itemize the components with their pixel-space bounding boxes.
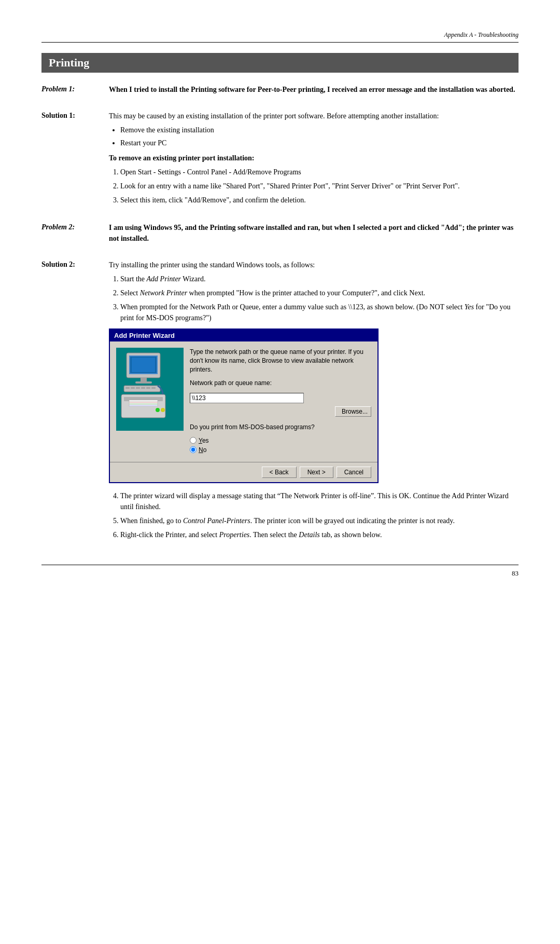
svg-rect-10 bbox=[141, 387, 145, 389]
problem1-row: Problem 1: When I tried to install the P… bbox=[41, 84, 519, 105]
svg-rect-16 bbox=[129, 402, 158, 403]
printer-svg bbox=[119, 350, 181, 428]
step-item: Start the Add Printer Wizard. bbox=[120, 273, 519, 284]
section-title: Printing bbox=[41, 53, 519, 73]
solution1-steps: Open Start - Settings - Control Panel - … bbox=[120, 167, 519, 206]
header-text: Appendix A - Troubleshooting bbox=[444, 31, 519, 38]
header-bar: Appendix A - Troubleshooting bbox=[41, 31, 519, 43]
svg-rect-15 bbox=[129, 400, 158, 402]
radio-yes-label: Yes bbox=[199, 437, 209, 444]
solution2-intro: Try installing the printer using the sta… bbox=[109, 259, 519, 270]
svg-rect-4 bbox=[141, 378, 147, 382]
page-number: 83 bbox=[512, 569, 519, 578]
dialog-titlebar: Add Printer Wizard bbox=[110, 330, 377, 341]
bullet-item: Restart your PC bbox=[120, 138, 519, 148]
bullet-item: Remove the existing installation bbox=[120, 125, 519, 135]
radio-no-option: No bbox=[190, 446, 371, 454]
svg-rect-9 bbox=[136, 387, 140, 389]
svg-point-19 bbox=[156, 408, 160, 412]
solution2-content: Try installing the printer using the sta… bbox=[109, 259, 519, 552]
dos-question-label: Do you print from MS-DOS-based programs? bbox=[190, 423, 371, 432]
step-item: Open Start - Settings - Control Panel - … bbox=[120, 167, 519, 177]
radio-yes-input[interactable] bbox=[190, 437, 197, 444]
problem2-content: I am using Windows 95, and the Printing … bbox=[109, 222, 519, 254]
step-item: The printer wizard will display a messag… bbox=[120, 490, 519, 512]
step-item: Right-click the Printer, and select Prop… bbox=[120, 529, 519, 540]
svg-rect-17 bbox=[129, 403, 158, 405]
problem1-text: When I tried to install the Printing sof… bbox=[109, 84, 519, 105]
problem2-text: I am using Windows 95, and the Printing … bbox=[109, 222, 519, 244]
dialog-description: Type the network path or the queue name … bbox=[190, 348, 371, 374]
dialog-right-panel: Type the network path or the queue name … bbox=[190, 348, 371, 456]
svg-rect-8 bbox=[131, 387, 135, 389]
svg-rect-11 bbox=[146, 387, 150, 389]
printer-image bbox=[116, 348, 184, 431]
dialog-title: Add Printer Wizard bbox=[114, 332, 175, 339]
svg-point-20 bbox=[161, 408, 165, 412]
svg-rect-5 bbox=[135, 381, 152, 384]
network-path-input[interactable] bbox=[190, 393, 304, 403]
add-printer-dialog: Add Printer Wizard bbox=[109, 329, 379, 483]
step-item: Select Network Printer when prompted "Ho… bbox=[120, 288, 519, 298]
problem1-label: Problem 1: bbox=[41, 84, 109, 105]
step-item: Select this item, click "Add/Remove", an… bbox=[120, 195, 519, 206]
dialog-body: Type the network path or the queue name … bbox=[110, 341, 377, 462]
problem2-label: Problem 2: bbox=[41, 222, 109, 254]
svg-rect-18 bbox=[129, 405, 158, 406]
solution2-row: Solution 2: Try installing the printer u… bbox=[41, 259, 519, 552]
solution1-subheading: To remove an existing printer port insta… bbox=[109, 153, 519, 163]
problem1-description: When I tried to install the Printing sof… bbox=[109, 84, 519, 95]
next-button[interactable]: Next > bbox=[300, 467, 333, 478]
page-footer: 83 bbox=[41, 565, 519, 578]
solution1-label: Solution 1: bbox=[41, 111, 109, 217]
svg-rect-7 bbox=[125, 387, 130, 389]
step-item: Look for an entry with a name like "Shar… bbox=[120, 181, 519, 191]
step-item: When finished, go to Control Panel-Print… bbox=[120, 515, 519, 526]
radio-no-input[interactable] bbox=[190, 446, 197, 453]
solution2-steps: Start the Add Printer Wizard. Select Net… bbox=[120, 273, 519, 323]
dialog-input-label: Network path or queue name: bbox=[190, 379, 371, 388]
solution1-row: Solution 1: This may be caused by an exi… bbox=[41, 111, 519, 217]
cancel-button[interactable]: Cancel bbox=[337, 467, 371, 478]
dialog-footer: < Back Next > Cancel bbox=[110, 462, 377, 482]
step-item: When prompted for the Network Path or Qu… bbox=[120, 302, 519, 323]
radio-yes-option: Yes bbox=[190, 437, 371, 444]
solution1-content: This may be caused by an existing instal… bbox=[109, 111, 519, 217]
problem2-row: Problem 2: I am using Windows 95, and th… bbox=[41, 222, 519, 254]
svg-rect-12 bbox=[151, 387, 156, 389]
radio-no-label: No bbox=[199, 446, 206, 454]
solution1-bullets: Remove the existing installation Restart… bbox=[120, 125, 519, 148]
solution2-steps-continued: The printer wizard will display a messag… bbox=[120, 490, 519, 540]
browse-button[interactable]: Browse... bbox=[335, 406, 371, 417]
svg-rect-3 bbox=[132, 358, 155, 372]
back-button[interactable]: < Back bbox=[262, 467, 297, 478]
solution2-label: Solution 2: bbox=[41, 259, 109, 552]
solution1-intro: This may be caused by an existing instal… bbox=[109, 111, 519, 121]
